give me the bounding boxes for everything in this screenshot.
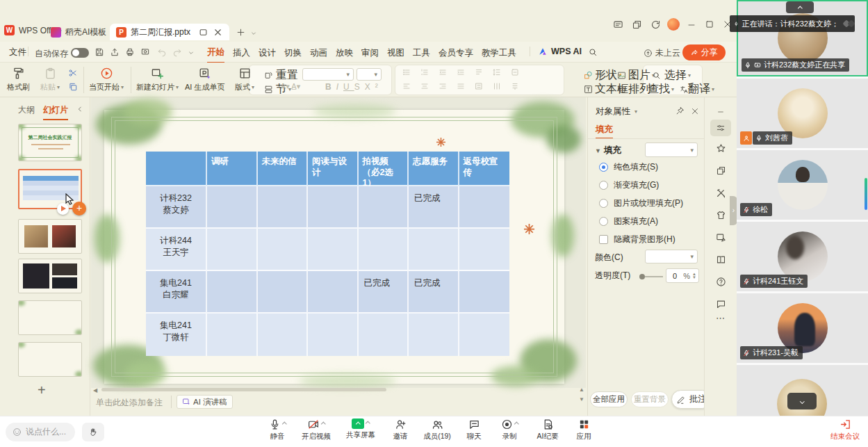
collapse-rail-icon[interactable] <box>716 108 726 115</box>
table-cell[interactable] <box>459 229 510 271</box>
sidebar-scroll-indicator[interactable] <box>865 178 867 210</box>
more-rail-icon[interactable]: ⋯ <box>716 313 726 323</box>
table-cell[interactable] <box>258 314 309 356</box>
table-cell[interactable] <box>258 186 309 229</box>
slide-thumbnail-3[interactable] <box>18 219 82 254</box>
redo-icon[interactable] <box>172 47 182 57</box>
record-button[interactable]: 录制 <box>491 418 528 441</box>
book-rail-icon[interactable] <box>716 254 726 265</box>
table-cell[interactable] <box>459 186 510 229</box>
tab-slides[interactable]: 幻灯片 <box>43 104 68 120</box>
justify-icon[interactable] <box>456 82 466 90</box>
fill-pattern-radio[interactable]: 图案填充(A) <box>599 216 658 227</box>
select-button[interactable]: 选择▾ <box>652 68 691 83</box>
ai-generate-page-button[interactable]: AI 生成单页 <box>185 67 224 92</box>
ai-minutes-button[interactable]: AI纪要 <box>528 418 567 441</box>
paste-button[interactable]: 粘贴▾ <box>40 67 60 92</box>
menu-tab-slideshow[interactable]: 放映 <box>336 47 353 63</box>
line-spacing-icon[interactable] <box>492 68 502 76</box>
table-cell[interactable] <box>459 314 510 356</box>
feedback-icon[interactable] <box>613 19 623 30</box>
star-rail-icon[interactable] <box>716 143 726 154</box>
undo-icon[interactable] <box>157 47 167 57</box>
menu-tab-tools[interactable]: 工具 <box>413 47 430 63</box>
table-cell[interactable]: 已完成 <box>409 186 459 229</box>
add-slide-button[interactable]: + <box>72 202 86 216</box>
table-cell[interactable] <box>207 314 258 356</box>
table-cell[interactable] <box>258 271 309 314</box>
format-painter-button[interactable]: 格式刷 <box>7 67 30 92</box>
participant-tile[interactable]: 刘茜蓓 <box>737 79 868 148</box>
bold-button[interactable]: B <box>325 82 336 92</box>
menu-tab-teaching[interactable]: 教学工具 <box>482 47 516 63</box>
participant-tile-partial[interactable] <box>737 365 868 416</box>
table-header-cell[interactable]: 志愿服务 <box>409 152 459 186</box>
translate-button[interactable]: 翻译▾ <box>680 82 714 97</box>
table-cell[interactable] <box>359 229 409 271</box>
menu-wps-ai[interactable]: WPS AI <box>538 47 582 56</box>
table-cell[interactable] <box>207 271 258 314</box>
table-cell[interactable] <box>409 229 459 271</box>
fill-section-header[interactable]: ▼填充 <box>595 145 621 156</box>
table-cell[interactable]: 集电241 丁微轩 <box>146 314 207 356</box>
hide-background-checkbox[interactable]: 隐藏背景图形(H) <box>599 234 675 245</box>
image-edit-rail-icon[interactable] <box>716 232 726 243</box>
ai-speech-button[interactable]: AI 演讲稿 <box>177 395 233 409</box>
table-cell[interactable]: 计科244 王天宇 <box>146 229 207 271</box>
table-header-cell[interactable]: 未来的信 <box>258 152 309 186</box>
table-cell[interactable] <box>359 314 409 356</box>
apps-button[interactable]: 应用 <box>567 418 600 441</box>
table-header-cell[interactable]: 调研 <box>207 152 258 186</box>
cloud-status[interactable]: 未上云 <box>644 47 680 59</box>
transparency-slider-track[interactable] <box>645 276 663 277</box>
end-meeting-button[interactable]: 结束会议 <box>827 418 863 441</box>
notes-placeholder[interactable]: 单击此处添加备注 <box>96 397 163 409</box>
table-cell[interactable]: 已完成 <box>359 271 409 314</box>
new-tab-icon[interactable] <box>236 28 245 37</box>
help-rail-icon[interactable] <box>716 277 726 287</box>
share-button[interactable]: 分享 <box>682 44 726 60</box>
fill-solid-radio[interactable]: 纯色填充(S) <box>599 161 658 173</box>
table-header-cell[interactable]: 返母校宣传 <box>459 152 510 186</box>
collapse-panel-top-button[interactable] <box>786 1 814 13</box>
tab-split-icon[interactable] <box>198 27 208 38</box>
search-icon[interactable] <box>588 47 598 57</box>
comment-rail-icon[interactable] <box>716 299 726 309</box>
fill-tab[interactable]: 填充 <box>596 124 613 139</box>
start-video-button[interactable]: 开启视频 <box>295 418 338 441</box>
menu-tab-member[interactable]: 会员专享 <box>439 47 473 63</box>
horizontal-scrollbar[interactable] <box>101 388 386 391</box>
menu-tab-review[interactable]: 审阅 <box>361 47 379 63</box>
table-cell[interactable] <box>207 186 258 229</box>
table-cell[interactable] <box>409 314 459 356</box>
distribute-icon[interactable] <box>474 82 484 90</box>
align-left-icon[interactable] <box>402 82 411 90</box>
print-icon[interactable] <box>125 47 135 57</box>
tab-document[interactable]: P 第二周汇报.pptx <box>110 24 229 40</box>
align-center-icon[interactable] <box>420 82 429 90</box>
fill-gradient-radio[interactable]: 渐变填充(G) <box>599 179 659 191</box>
slide-thumbnail-5[interactable] <box>18 300 82 335</box>
table-cell[interactable] <box>308 314 359 356</box>
find-button[interactable]: 查找▾ <box>648 82 674 97</box>
fill-texture-radio[interactable]: 图片或纹理填充(P) <box>599 197 683 209</box>
emoji-icon[interactable] <box>13 428 22 437</box>
apply-all-button[interactable]: 全部应用 <box>590 391 628 407</box>
font-color-button[interactable]: A▾ A̲▾ <box>281 82 300 91</box>
participant-tile[interactable]: 计科231-吴毅 <box>737 293 868 363</box>
underline-button[interactable]: U <box>343 82 354 92</box>
bullet-list-icon[interactable] <box>402 68 411 76</box>
table-cell[interactable]: 计科232 蔡文婷 <box>146 186 207 229</box>
menu-tab-insert[interactable]: 插入 <box>233 47 250 63</box>
fill-style-dropdown[interactable]: ▾ <box>645 143 698 157</box>
tab-home-templates[interactable]: 稻壳AI模板 <box>44 24 113 40</box>
close-panel-icon[interactable] <box>691 107 699 115</box>
increase-indent-icon[interactable] <box>456 68 466 76</box>
pin-icon[interactable] <box>675 106 685 115</box>
columns-icon[interactable] <box>492 82 502 90</box>
align-right-icon[interactable] <box>438 82 448 90</box>
participant-tile[interactable]: 徐松 <box>737 150 868 220</box>
layout-button[interactable]: 版式▾ <box>235 67 254 92</box>
invite-button[interactable]: 邀请 <box>384 418 417 441</box>
smart-typeset-icon[interactable] <box>510 68 520 76</box>
